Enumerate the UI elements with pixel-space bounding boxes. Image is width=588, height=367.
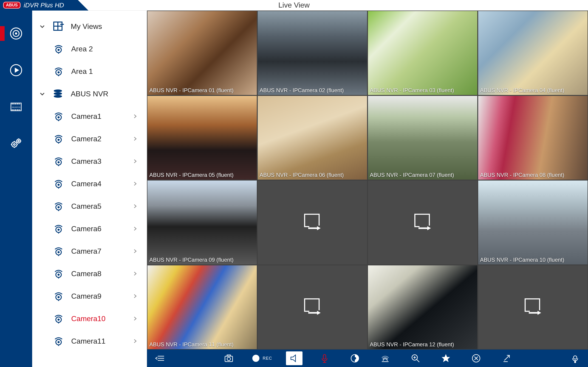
camera-icon <box>53 290 64 302</box>
sidebar-group-my-views[interactable]: My Views <box>32 15 147 38</box>
svg-line-46 <box>417 360 419 362</box>
rail-recordings[interactable]: 2012/07/15 <box>0 98 32 116</box>
camera-tile[interactable]: ABUS NVR - IPCamera 09 (fluent) <box>147 181 257 265</box>
camera-tile[interactable]: ABUS NVR - IPCamera 06 (fluent) <box>258 96 367 180</box>
sidebar-item-camera10[interactable]: Camera10 <box>32 307 147 330</box>
sidebar-item-camera4[interactable]: Camera4 <box>32 173 147 195</box>
sidebar-item-camera2[interactable]: Camera2 <box>32 127 147 150</box>
speaker-icon <box>289 353 299 363</box>
chevron-right-icon <box>132 316 138 321</box>
speaker-button[interactable] <box>286 351 303 365</box>
camera-tile[interactable]: ABUS NVR - IPCamera 08 (fluent) <box>478 96 588 180</box>
sidebar-item-label: Camera5 <box>71 202 102 211</box>
sidebar-item-label: Camera4 <box>71 180 102 188</box>
camera-caption: ABUS NVR - IPCamera 04 (fluent) <box>480 87 586 94</box>
snapshot-button[interactable] <box>221 351 237 365</box>
svg-point-19 <box>12 142 17 147</box>
sidebar-item-camera6[interactable]: Camera6 <box>32 217 147 240</box>
sidebar-item-camera3[interactable]: Camera3 <box>32 150 147 173</box>
bottom-toolbar: REC <box>147 350 588 367</box>
camera-feed <box>258 11 367 95</box>
rail-playback[interactable] <box>0 61 32 79</box>
add-feed-icon <box>302 212 323 233</box>
alarm-button[interactable] <box>377 351 393 365</box>
sidebar-item-label: Area 1 <box>71 67 93 76</box>
sidebar-item-area-1[interactable]: Area 1 <box>32 60 147 83</box>
server-icon <box>52 88 64 100</box>
rail-live-view[interactable] <box>0 24 32 43</box>
camera-tile[interactable]: ABUS NVR - IPCamera 03 (fluent) <box>368 11 477 95</box>
fullscreen-button[interactable] <box>498 351 515 365</box>
sidebar-item-camera5[interactable]: Camera5 <box>32 195 147 217</box>
camera-icon <box>53 178 64 190</box>
camera-icon <box>53 156 64 167</box>
star-icon <box>441 353 451 363</box>
svg-rect-13 <box>12 109 13 110</box>
alarm-icon <box>380 353 390 363</box>
empty-camera-slot[interactable] <box>478 265 588 349</box>
sidebar-item-label: Area 2 <box>71 45 93 53</box>
camera-feed <box>478 11 588 95</box>
camera-tile[interactable]: ABUS NVR - IPCamera 05 (fluent) <box>147 96 257 180</box>
zoom-in-icon <box>410 353 421 363</box>
camera-tile[interactable]: ABUS NVR - IPCamera 04 (fluent) <box>478 11 588 95</box>
sidebar-item-camera9[interactable]: Camera9 <box>32 285 147 307</box>
camera-tile[interactable]: ABUS NVR - IPCamera 12 (fluent) <box>368 265 477 349</box>
sidebar-item-camera1[interactable]: Camera1 <box>32 105 147 127</box>
sidebar-group-abus-nvr[interactable]: ABUS NVR <box>32 83 147 105</box>
zoom-button[interactable] <box>407 351 424 365</box>
sidebar-item-label: Camera3 <box>71 157 102 166</box>
sidebar-group-label: My Views <box>71 22 102 31</box>
camera-tile[interactable]: ABUS NVR - IPCamera 10 (fluent) <box>478 181 588 265</box>
chevron-right-icon <box>132 136 138 141</box>
camera-icon <box>53 110 64 122</box>
add-feed-icon <box>523 297 543 317</box>
ptz-button[interactable] <box>567 351 583 365</box>
camera-grid: ABUS NVR - IPCamera 01 (fluent)ABUS NVR … <box>147 10 588 350</box>
sidebar-group-label: ABUS NVR <box>71 90 108 98</box>
chevron-right-icon <box>132 339 138 344</box>
sidebar-item-camera8[interactable]: Camera8 <box>32 262 147 285</box>
camera-tile[interactable]: ABUS NVR - IPCamera 02 (fluent) <box>258 11 367 95</box>
sidebar-item-camera11[interactable]: Camera11 <box>32 330 147 352</box>
sidebar-item-label: Camera2 <box>71 135 102 143</box>
close-button[interactable] <box>468 351 484 365</box>
rail-settings[interactable] <box>0 134 32 153</box>
empty-camera-slot[interactable] <box>258 181 367 265</box>
sidebar-item-label: Camera8 <box>71 269 102 278</box>
favorite-button[interactable] <box>438 351 454 365</box>
camera-tile[interactable]: ABUS NVR - IPCamera 01 (fluent) <box>147 11 257 95</box>
header: ABUS iDVR Plus HD Live View <box>0 0 588 10</box>
close-circle-icon <box>471 353 481 363</box>
svg-point-22 <box>18 140 19 142</box>
chevron-right-icon <box>132 204 138 209</box>
empty-camera-slot[interactable] <box>368 181 477 265</box>
svg-rect-36 <box>227 355 230 356</box>
camera-icon <box>53 133 64 144</box>
camera-caption: ABUS NVR - IPCamera 12 (fluent) <box>370 341 476 348</box>
svg-point-37 <box>252 355 259 362</box>
svg-marker-38 <box>291 355 295 361</box>
camera-tile[interactable]: ABUS NVR - IPCamera 07 (fluent) <box>368 96 477 180</box>
camera-caption: ABUS NVR - IPCamera 07 (fluent) <box>370 172 476 178</box>
collapse-sidebar-button[interactable] <box>152 351 168 365</box>
camera-icon <box>53 200 64 212</box>
microphone-icon <box>320 353 330 363</box>
sidebar-item-camera7[interactable]: Camera7 <box>32 240 147 262</box>
svg-point-55 <box>573 356 577 359</box>
sidebar-item-area-2[interactable]: Area 2 <box>32 38 147 60</box>
chevron-right-icon <box>132 249 138 254</box>
microphone-button[interactable] <box>316 351 333 365</box>
iris-button[interactable] <box>346 351 363 365</box>
camera-feed <box>258 96 367 180</box>
camera-icon <box>53 335 64 347</box>
live-view-icon <box>9 27 23 40</box>
empty-camera-slot[interactable] <box>258 265 367 349</box>
record-button[interactable]: REC <box>251 351 272 365</box>
camera-caption: ABUS NVR - IPCamera 01 (fluent) <box>149 87 255 94</box>
camera-tile[interactable]: ABUS NVR - IPCamera 11 (fluent) <box>147 265 257 349</box>
camera-feed <box>147 11 257 95</box>
svg-rect-12 <box>19 103 19 104</box>
svg-marker-49 <box>441 354 450 362</box>
sidebar[interactable]: My ViewsArea 2Area 1ABUS NVRCamera1Camer… <box>32 10 147 367</box>
